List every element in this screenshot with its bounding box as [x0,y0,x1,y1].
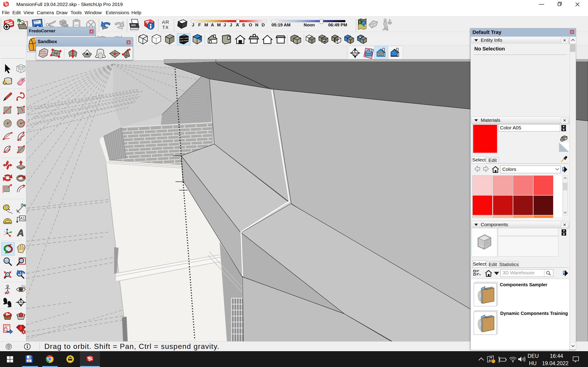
svg-text:A: A [17,228,24,238]
svg-text:Lots: Lots [34,23,36,24]
svg-text:Sketch: Sketch [34,21,39,22]
svg-text:3: 3 [20,203,23,207]
svg-text:A1: A1 [20,216,25,221]
svg-text:A-S: A-S [353,53,357,56]
svg-text:pink: pink [21,77,26,81]
svg-text:AR: AR [162,19,169,25]
svg-text:C: C [20,300,22,302]
svg-text:TX: TX [162,25,169,30]
svg-text:-64: -64 [27,360,30,362]
svg-text:C: C [354,50,356,53]
svg-text:A-S: A-S [19,303,23,305]
